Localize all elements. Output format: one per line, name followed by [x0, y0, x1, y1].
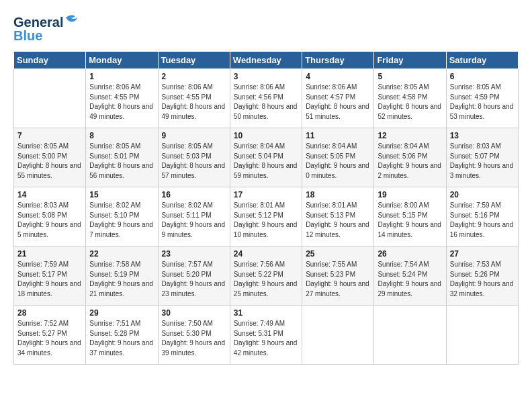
calendar-cell: 16Sunrise: 8:02 AMSunset: 5:11 PMDayligh…: [158, 187, 230, 246]
day-info: Sunrise: 7:58 AMSunset: 5:19 PMDaylight:…: [89, 260, 154, 299]
day-number: 13: [450, 131, 515, 140]
calendar-cell: 17Sunrise: 8:01 AMSunset: 5:12 PMDayligh…: [230, 187, 302, 246]
day-number: 4: [306, 72, 370, 81]
calendar-cell: [446, 306, 518, 365]
week-row-3: 21Sunrise: 7:59 AMSunset: 5:17 PMDayligh…: [14, 246, 519, 306]
day-info: Sunrise: 8:06 AMSunset: 4:56 PMDaylight:…: [234, 83, 298, 122]
day-info: Sunrise: 7:54 AMSunset: 5:24 PMDaylight:…: [378, 260, 442, 299]
calendar-cell: [374, 306, 446, 365]
week-row-0: 1Sunrise: 8:06 AMSunset: 4:55 PMDaylight…: [14, 69, 519, 128]
calendar-cell: 10Sunrise: 8:04 AMSunset: 5:04 PMDayligh…: [230, 128, 302, 187]
day-number: 24: [234, 249, 298, 259]
calendar-cell: 9Sunrise: 8:05 AMSunset: 5:03 PMDaylight…: [158, 128, 230, 187]
day-number: 21: [17, 249, 82, 259]
day-info: Sunrise: 7:55 AMSunset: 5:23 PMDaylight:…: [306, 260, 370, 299]
day-number: 2: [162, 72, 226, 81]
day-number: 6: [450, 72, 515, 81]
day-info: Sunrise: 7:57 AMSunset: 5:20 PMDaylight:…: [162, 260, 226, 299]
day-info: Sunrise: 8:03 AMSunset: 5:07 PMDaylight:…: [450, 142, 515, 181]
calendar-cell: 11Sunrise: 8:04 AMSunset: 5:05 PMDayligh…: [302, 128, 374, 187]
calendar-cell: 12Sunrise: 8:04 AMSunset: 5:06 PMDayligh…: [374, 128, 446, 187]
logo-svg: General Blue: [13, 12, 84, 44]
day-info: Sunrise: 7:53 AMSunset: 5:26 PMDaylight:…: [450, 260, 515, 299]
day-number: 12: [378, 131, 442, 140]
weekday-header-thursday: Thursday: [302, 52, 374, 69]
day-number: 18: [306, 190, 370, 199]
calendar-cell: 30Sunrise: 7:50 AMSunset: 5:30 PMDayligh…: [158, 306, 230, 365]
calendar-cell: 23Sunrise: 7:57 AMSunset: 5:20 PMDayligh…: [158, 246, 230, 306]
day-number: 22: [89, 249, 154, 259]
weekday-header-wednesday: Wednesday: [230, 52, 302, 69]
day-number: 29: [89, 308, 154, 318]
day-info: Sunrise: 7:49 AMSunset: 5:31 PMDaylight:…: [234, 319, 298, 358]
day-number: 14: [17, 190, 82, 199]
calendar-cell: 2Sunrise: 8:06 AMSunset: 4:55 PMDaylight…: [158, 69, 230, 128]
day-info: Sunrise: 7:51 AMSunset: 5:28 PMDaylight:…: [89, 319, 154, 358]
day-number: 5: [378, 72, 442, 81]
day-number: 19: [378, 190, 442, 199]
day-info: Sunrise: 8:01 AMSunset: 5:13 PMDaylight:…: [306, 201, 370, 240]
calendar-cell: 8Sunrise: 8:05 AMSunset: 5:01 PMDaylight…: [86, 128, 158, 187]
day-info: Sunrise: 8:01 AMSunset: 5:12 PMDaylight:…: [234, 201, 298, 240]
header: General Blue: [13, 12, 519, 44]
week-row-1: 7Sunrise: 8:05 AMSunset: 5:00 PMDaylight…: [14, 128, 519, 187]
calendar-cell: 6Sunrise: 8:05 AMSunset: 4:59 PMDaylight…: [446, 69, 518, 128]
calendar-cell: 25Sunrise: 7:55 AMSunset: 5:23 PMDayligh…: [302, 246, 374, 306]
week-row-2: 14Sunrise: 8:03 AMSunset: 5:08 PMDayligh…: [14, 187, 519, 246]
day-number: 16: [162, 190, 226, 199]
day-info: Sunrise: 7:59 AMSunset: 5:17 PMDaylight:…: [17, 260, 82, 299]
svg-text:Blue: Blue: [13, 28, 42, 43]
calendar-cell: 20Sunrise: 7:59 AMSunset: 5:16 PMDayligh…: [446, 187, 518, 246]
day-number: 23: [162, 249, 226, 259]
day-info: Sunrise: 7:52 AMSunset: 5:27 PMDaylight:…: [17, 319, 82, 358]
day-info: Sunrise: 8:05 AMSunset: 4:59 PMDaylight:…: [450, 83, 515, 122]
calendar-cell: 1Sunrise: 8:06 AMSunset: 4:55 PMDaylight…: [86, 69, 158, 128]
day-number: 28: [17, 308, 82, 318]
day-info: Sunrise: 8:04 AMSunset: 5:06 PMDaylight:…: [378, 142, 442, 181]
day-number: 9: [162, 131, 226, 140]
day-number: 26: [378, 249, 442, 259]
calendar-cell: 4Sunrise: 8:06 AMSunset: 4:57 PMDaylight…: [302, 69, 374, 128]
day-info: Sunrise: 8:06 AMSunset: 4:57 PMDaylight:…: [306, 83, 370, 122]
day-number: 15: [89, 190, 154, 199]
calendar-cell: [302, 306, 374, 365]
calendar-cell: 27Sunrise: 7:53 AMSunset: 5:26 PMDayligh…: [446, 246, 518, 306]
calendar-cell: 29Sunrise: 7:51 AMSunset: 5:28 PMDayligh…: [86, 306, 158, 365]
calendar-cell: 24Sunrise: 7:56 AMSunset: 5:22 PMDayligh…: [230, 246, 302, 306]
day-number: 27: [450, 249, 515, 259]
day-info: Sunrise: 8:05 AMSunset: 5:00 PMDaylight:…: [17, 142, 82, 181]
calendar-cell: 5Sunrise: 8:05 AMSunset: 4:58 PMDaylight…: [374, 69, 446, 128]
calendar-cell: 19Sunrise: 8:00 AMSunset: 5:15 PMDayligh…: [374, 187, 446, 246]
calendar-table: SundayMondayTuesdayWednesdayThursdayFrid…: [13, 51, 519, 365]
day-number: 17: [234, 190, 298, 199]
calendar-cell: 14Sunrise: 8:03 AMSunset: 5:08 PMDayligh…: [14, 187, 86, 246]
day-number: 7: [17, 131, 82, 140]
day-number: 11: [306, 131, 370, 140]
day-info: Sunrise: 7:56 AMSunset: 5:22 PMDaylight:…: [234, 260, 298, 299]
day-info: Sunrise: 8:02 AMSunset: 5:11 PMDaylight:…: [162, 201, 226, 240]
weekday-header-friday: Friday: [374, 52, 446, 69]
day-info: Sunrise: 8:02 AMSunset: 5:10 PMDaylight:…: [89, 201, 154, 240]
day-number: 30: [162, 308, 226, 318]
calendar-cell: 22Sunrise: 7:58 AMSunset: 5:19 PMDayligh…: [86, 246, 158, 306]
day-info: Sunrise: 7:59 AMSunset: 5:16 PMDaylight:…: [450, 201, 515, 240]
calendar-cell: 13Sunrise: 8:03 AMSunset: 5:07 PMDayligh…: [446, 128, 518, 187]
day-number: 25: [306, 249, 370, 259]
svg-text:General: General: [13, 15, 63, 30]
day-number: 31: [234, 308, 298, 318]
weekday-header-row: SundayMondayTuesdayWednesdayThursdayFrid…: [14, 52, 519, 69]
day-info: Sunrise: 8:03 AMSunset: 5:08 PMDaylight:…: [17, 201, 82, 240]
week-row-4: 28Sunrise: 7:52 AMSunset: 5:27 PMDayligh…: [14, 306, 519, 365]
day-info: Sunrise: 8:04 AMSunset: 5:04 PMDaylight:…: [234, 142, 298, 181]
day-info: Sunrise: 8:05 AMSunset: 5:01 PMDaylight:…: [89, 142, 154, 181]
day-number: 1: [89, 72, 154, 81]
day-number: 3: [234, 72, 298, 81]
calendar-cell: 3Sunrise: 8:06 AMSunset: 4:56 PMDaylight…: [230, 69, 302, 128]
day-info: Sunrise: 8:00 AMSunset: 5:15 PMDaylight:…: [378, 201, 442, 240]
calendar-cell: 31Sunrise: 7:49 AMSunset: 5:31 PMDayligh…: [230, 306, 302, 365]
page: General Blue SundayMondayTuesdayWednesda…: [0, 0, 532, 371]
day-info: Sunrise: 8:06 AMSunset: 4:55 PMDaylight:…: [89, 83, 154, 122]
weekday-header-monday: Monday: [86, 52, 158, 69]
calendar-cell: 28Sunrise: 7:52 AMSunset: 5:27 PMDayligh…: [14, 306, 86, 365]
calendar-cell: 7Sunrise: 8:05 AMSunset: 5:00 PMDaylight…: [14, 128, 86, 187]
